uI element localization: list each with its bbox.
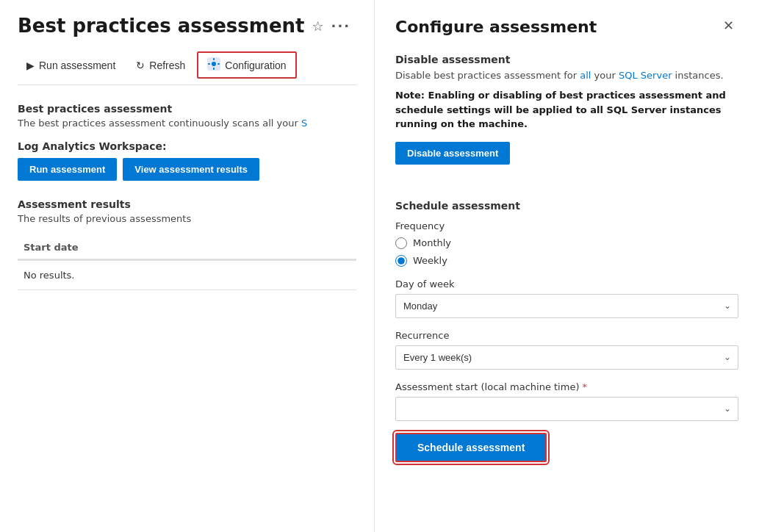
- right-panel: Configure assessment ✕ Disable assessmen…: [375, 0, 759, 532]
- schedule-btn-wrapper: Schedule assessment: [395, 433, 738, 462]
- left-panel: Best practices assessment ☆ ··· ▶ Run as…: [0, 0, 375, 532]
- monthly-radio[interactable]: [395, 237, 407, 249]
- monthly-radio-item[interactable]: Monthly: [395, 237, 738, 249]
- run-assessment-button[interactable]: ▶ Run assessment: [18, 55, 124, 76]
- note-text: Note: Enabling or disabling of best prac…: [395, 88, 738, 132]
- assessment-results-title: Assessment results: [18, 198, 356, 210]
- svg-rect-2: [213, 58, 215, 60]
- recurrence-label: Recurrence: [395, 330, 738, 341]
- favorite-star-icon[interactable]: ☆: [312, 18, 323, 34]
- sql-highlight: S: [301, 118, 307, 129]
- sql-server-highlight: SQL Server: [619, 70, 672, 81]
- panel-header: Configure assessment ✕: [395, 18, 738, 36]
- required-indicator: *: [583, 381, 588, 392]
- recurrence-select[interactable]: Every 1 week(s) Every 2 week(s) Every 3 …: [395, 345, 738, 370]
- config-icon: [207, 57, 220, 73]
- panel-title: Configure assessment: [395, 18, 597, 36]
- svg-rect-5: [217, 63, 220, 65]
- page-title-bar: Best practices assessment ☆ ···: [18, 15, 356, 37]
- disable-assessment-button[interactable]: Disable assessment: [395, 142, 510, 165]
- day-of-week-label: Day of week: [395, 278, 738, 290]
- disable-description: Disable best practices assessment for al…: [395, 70, 738, 81]
- more-options-icon[interactable]: ···: [331, 18, 351, 34]
- disable-section: Disable assessment Disable best practice…: [395, 54, 738, 182]
- all-highlight: all: [580, 70, 591, 81]
- disable-title: Disable assessment: [395, 54, 738, 65]
- run-icon: ▶: [26, 60, 35, 71]
- view-results-button[interactable]: View assessment results: [123, 158, 259, 181]
- page-title-text: Best practices assessment: [18, 15, 304, 37]
- weekly-radio-item[interactable]: Weekly: [395, 255, 738, 267]
- close-panel-button[interactable]: ✕: [719, 18, 738, 34]
- svg-rect-4: [208, 63, 210, 65]
- section1-title: Best practices assessment: [18, 103, 356, 115]
- schedule-section: Schedule assessment Frequency Monthly We…: [395, 200, 738, 462]
- assessment-results-description: The results of previous assessments: [18, 213, 356, 224]
- schedule-section-title: Schedule assessment: [395, 200, 738, 212]
- log-analytics-label: Log Analytics Workspace:: [18, 140, 356, 152]
- section1-text: The best practices assessment continuous…: [18, 118, 356, 129]
- refresh-button[interactable]: ↻ Refresh: [127, 55, 194, 76]
- svg-point-1: [212, 62, 216, 66]
- day-of-week-select[interactable]: Monday Tuesday Wednesday Thursday Friday…: [395, 294, 738, 318]
- run-assessment-main-button[interactable]: Run assessment: [18, 158, 117, 181]
- action-buttons: Run assessment View assessment results: [18, 158, 356, 181]
- configuration-button[interactable]: Configuration: [197, 51, 296, 79]
- toolbar: ▶ Run assessment ↻ Refresh Configuration: [18, 51, 356, 85]
- assessment-start-select[interactable]: [395, 397, 738, 421]
- refresh-icon: ↻: [136, 60, 145, 71]
- assessment-start-label: Assessment start (local machine time) *: [395, 381, 738, 392]
- weekly-radio[interactable]: [395, 255, 407, 267]
- table-start-date-header: Start date: [18, 236, 356, 260]
- day-of-week-select-wrapper: Monday Tuesday Wednesday Thursday Friday…: [395, 294, 738, 318]
- frequency-radio-group: Monthly Weekly: [395, 237, 738, 267]
- recurrence-select-wrapper: Every 1 week(s) Every 2 week(s) Every 3 …: [395, 345, 738, 370]
- weekly-label: Weekly: [413, 255, 447, 266]
- note-box: Note: Enabling or disabling of best prac…: [395, 88, 738, 132]
- svg-rect-3: [213, 68, 215, 70]
- frequency-label: Frequency: [395, 220, 738, 231]
- table-bottom-divider: [18, 290, 356, 290]
- monthly-label: Monthly: [413, 237, 451, 248]
- assessment-start-select-wrapper: ⌄: [395, 397, 738, 421]
- table-empty-row: No results.: [18, 261, 356, 290]
- schedule-assessment-button[interactable]: Schedule assessment: [395, 433, 547, 462]
